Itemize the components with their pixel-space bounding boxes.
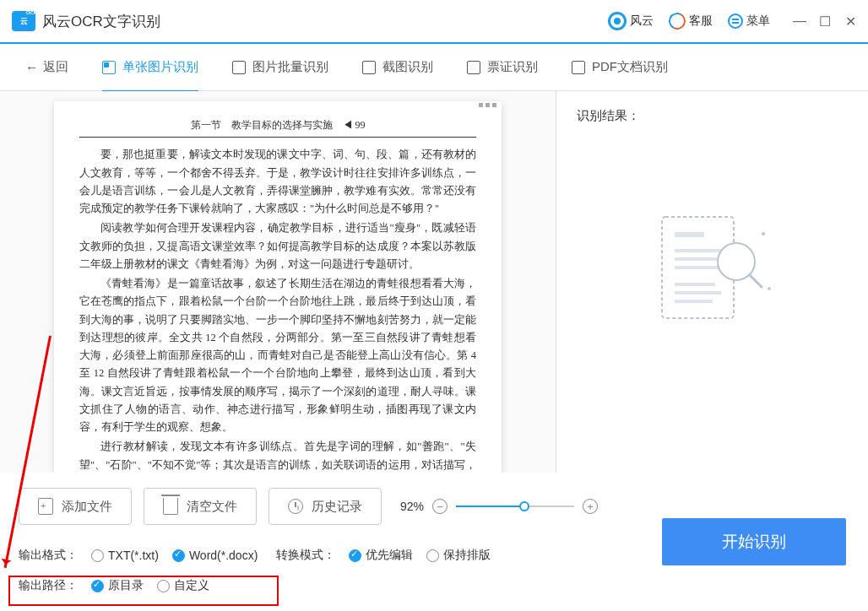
back-button[interactable]: ← 返回 xyxy=(25,59,68,75)
add-file-label: 添加文件 xyxy=(62,499,112,515)
single-image-icon xyxy=(102,61,116,74)
radio-icon xyxy=(157,580,170,592)
svg-rect-1 xyxy=(675,232,704,237)
headset-icon xyxy=(666,10,688,32)
svg-point-10 xyxy=(762,232,765,235)
kefu-label: 客服 xyxy=(689,14,713,29)
trash-icon xyxy=(163,498,178,515)
radio-checked-icon xyxy=(91,580,104,592)
svg-rect-2 xyxy=(675,249,721,252)
tab-label: 图片批量识别 xyxy=(252,59,328,75)
svg-rect-3 xyxy=(675,257,717,261)
tab-label: 票证识别 xyxy=(487,59,538,75)
fengyun-button[interactable]: 风云 xyxy=(608,12,654,30)
document-preview-area: 第一节 教学目标的选择与实施 ◀ 99 要，那也挺重要，解读文本时发现的课文中字… xyxy=(0,91,556,473)
zoom-out-button[interactable]: − xyxy=(432,499,448,514)
document-search-icon xyxy=(645,208,780,335)
radio-label: 原目录 xyxy=(108,578,144,593)
start-label: 开始识别 xyxy=(722,531,786,553)
history-label: 历史记录 xyxy=(312,499,362,515)
clock-icon xyxy=(288,499,303,514)
radio-checked-icon xyxy=(349,549,361,562)
convert-mode-label: 转换模式： xyxy=(276,548,335,563)
fengyun-label: 风云 xyxy=(630,14,654,29)
minimize-button[interactable]: — xyxy=(794,15,806,27)
doc-paragraph: 《青蛙看海》是一篇童话故事，叙述了长期生活在湖边的青蛙很想看看大海，它在苍鹰的指… xyxy=(79,275,476,436)
path-options-row: 输出路径： 原目录 自定义 xyxy=(0,570,868,601)
history-button[interactable]: 历史记录 xyxy=(269,488,382,525)
pdf-icon xyxy=(572,61,585,74)
radio-icon xyxy=(91,549,104,562)
zoom-control: 92% − + xyxy=(400,499,598,514)
zoom-value: 92% xyxy=(400,500,424,513)
menu-label: 菜单 xyxy=(746,14,770,29)
radio-label: 保持排版 xyxy=(443,548,491,563)
add-file-button[interactable]: 添加文件 xyxy=(19,488,132,525)
svg-rect-6 xyxy=(675,291,721,295)
result-title: 识别结果： xyxy=(577,108,848,124)
main-toolbar: ← 返回 单张图片识别 图片批量识别 截图识别 票证识别 PDF文档识别 xyxy=(0,44,868,91)
maximize-button[interactable]: ☐ xyxy=(819,15,831,27)
menu-icon xyxy=(728,14,743,29)
ticket-icon xyxy=(467,61,480,74)
mode-edit-radio[interactable]: 优先编辑 xyxy=(349,548,413,563)
document-header: 第一节 教学目标的选择与实施 ◀ 99 xyxy=(79,116,476,138)
tab-label: 单张图片识别 xyxy=(122,59,198,75)
add-file-icon xyxy=(38,498,53,515)
menu-button[interactable]: 菜单 xyxy=(728,14,770,29)
zoom-thumb[interactable] xyxy=(519,501,529,511)
tab-batch-image[interactable]: 图片批量识别 xyxy=(232,54,328,80)
titlebar: 云 风云OCR文字识别 风云 客服 菜单 — ☐ ✕ xyxy=(0,0,868,44)
mode-layout-radio[interactable]: 保持排版 xyxy=(426,548,491,563)
document-page: 第一节 教学目标的选择与实施 ◀ 99 要，那也挺重要，解读文本时发现的课文中字… xyxy=(54,101,502,473)
tab-screenshot[interactable]: 截图识别 xyxy=(362,54,433,80)
path-orig-radio[interactable]: 原目录 xyxy=(91,578,144,593)
output-format-label: 输出格式： xyxy=(19,548,78,563)
close-button[interactable]: ✕ xyxy=(844,15,856,27)
back-label: 返回 xyxy=(43,59,68,75)
svg-rect-4 xyxy=(675,266,721,269)
svg-rect-7 xyxy=(675,300,713,303)
tab-label: 截图识别 xyxy=(382,59,433,75)
svg-rect-5 xyxy=(675,283,715,286)
radio-label: 自定义 xyxy=(174,578,209,593)
format-word-radio[interactable]: Word(*.docx) xyxy=(172,549,258,562)
output-path-label: 输出路径： xyxy=(19,578,78,593)
screenshot-icon xyxy=(362,61,376,74)
kefu-button[interactable]: 客服 xyxy=(669,13,713,30)
page-marks-icon xyxy=(479,103,496,107)
doc-paragraph: 阅读教学如何合理开发课程内容，确定教学目标，进行适当"瘦身"，既减轻语文教师的负… xyxy=(79,219,476,273)
tab-pdf[interactable]: PDF文档识别 xyxy=(572,54,668,80)
radio-label: TXT(*.txt) xyxy=(108,549,159,562)
radio-icon xyxy=(426,549,439,562)
tab-label: PDF文档识别 xyxy=(592,59,668,75)
app-logo-icon: 云 xyxy=(12,11,35,31)
radio-label: Word(*.docx) xyxy=(189,549,258,562)
zoom-slider[interactable] xyxy=(456,506,574,507)
radio-checked-icon xyxy=(172,549,185,562)
arrow-left-icon: ← xyxy=(25,60,38,74)
start-recognize-button[interactable]: 开始识别 xyxy=(662,518,846,565)
tab-single-image[interactable]: 单张图片识别 xyxy=(102,54,198,80)
format-txt-radio[interactable]: TXT(*.txt) xyxy=(91,549,159,562)
svg-line-9 xyxy=(750,275,762,287)
clear-file-label: 清空文件 xyxy=(187,499,237,515)
result-panel: 识别结果： xyxy=(556,91,868,473)
tab-ticket[interactable]: 票证识别 xyxy=(467,54,538,80)
doc-paragraph: 进行教材解读，发现文本有许多训练点。首先是字词的理解，如"善跑"、"失望"、"石… xyxy=(79,438,476,473)
document-body: 要，那也挺重要，解读文本时发现的课文中字、词、句、段、篇，还有教材的人文教育，等… xyxy=(79,146,476,473)
result-empty-placeholder xyxy=(577,208,848,335)
path-custom-radio[interactable]: 自定义 xyxy=(157,578,209,593)
app-title: 风云OCR文字识别 xyxy=(42,12,160,31)
clear-file-button[interactable]: 清空文件 xyxy=(144,488,257,525)
radio-label: 优先编辑 xyxy=(366,548,413,563)
batch-image-icon xyxy=(232,61,246,74)
fengyun-icon xyxy=(608,12,627,30)
zoom-in-button[interactable]: + xyxy=(583,499,598,514)
doc-paragraph: 要，那也挺重要，解读文本时发现的课文中字、词、句、段、篇，还有教材的人文教育，等… xyxy=(79,146,476,218)
